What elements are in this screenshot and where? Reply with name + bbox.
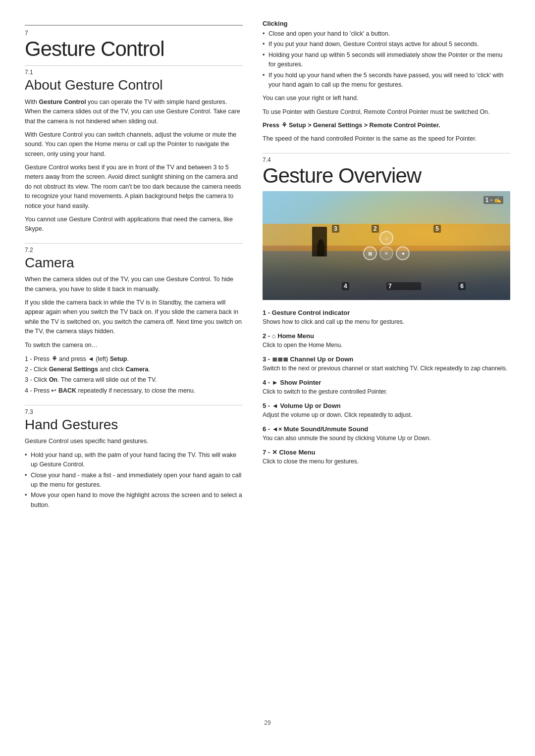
click-b4: If you hold up your hand when the 5 seco… xyxy=(263,71,510,90)
gesture-item-4: 4 - ► Show Pointer Click to switch to th… xyxy=(263,379,510,396)
clicking-title: Clicking xyxy=(263,20,510,27)
hand-gestures-list: Hold your hand up, with the palm of your… xyxy=(25,451,243,510)
hg-item2: Close your hand - make a fist - and imme… xyxy=(25,471,243,490)
hg-item1: Hold your hand up, with the palm of your… xyxy=(25,451,243,470)
clicking-bullets: Close and open your hand to 'click' a bu… xyxy=(263,29,510,90)
img-label-5: 5 xyxy=(433,225,441,233)
gesture-item-1: 1 - Gesture Control indicator Shows how … xyxy=(263,309,510,326)
gestures-list: 1 - Gesture Control indicator Shows how … xyxy=(263,309,510,466)
img-label-3: 3 xyxy=(332,225,339,233)
section74-num: 7.4 xyxy=(263,156,510,163)
gesture-item-3: 3 - ≣≣≣ Channel Up or Down Switch to the… xyxy=(263,355,510,373)
section74-title: Gesture Overview xyxy=(263,164,510,187)
page-number: 29 xyxy=(25,719,510,726)
section71-p4: You cannot use Gesture Control with appl… xyxy=(25,215,243,234)
section73-num: 7.3 xyxy=(25,408,243,415)
img-label-4: 4 xyxy=(342,282,349,290)
gesture-item-6: 6 - ◄× Mute Sound/Unmute Sound You can a… xyxy=(263,425,510,443)
img-label-7: 7 xyxy=(386,282,421,290)
gesture-item-2: 2 - ⌂ Home Menu Click to open the Home M… xyxy=(263,332,510,350)
section71-num: 7.1 xyxy=(25,69,243,76)
menu-icon-vol: ◄ xyxy=(396,246,410,260)
step3: 3 - Click On. The camera will slide out … xyxy=(25,375,243,385)
section73-title: Hand Gestures xyxy=(25,416,243,433)
menu-icon-home: ⌂ xyxy=(379,231,393,245)
img-label-1: 1 - ✍ xyxy=(483,196,503,204)
menu-icon-grid: ▦ xyxy=(363,246,377,260)
speed-note: The speed of the hand controlled Pointer… xyxy=(263,134,510,144)
section72-p2: If you slide the camera back in while th… xyxy=(25,298,243,337)
section71-p2: With Gesture Control you can switch chan… xyxy=(25,130,243,159)
step4: 4 - Press ↩ BACK repeatedly if necessary… xyxy=(25,386,243,396)
section72-num: 7.2 xyxy=(25,247,243,253)
step1: 1 - Press ⚘ and press ◄ (left) Setup. xyxy=(25,354,243,364)
section72-p1: When the camera slides out of the TV, yo… xyxy=(25,275,243,294)
section73-intro: Gesture Control uses specific hand gestu… xyxy=(25,437,243,446)
left-column: 7 Gesture Control 7.1 About Gesture Cont… xyxy=(25,20,243,705)
page: 7 Gesture Control 7.1 About Gesture Cont… xyxy=(0,0,535,756)
camera-steps: 1 - Press ⚘ and press ◄ (left) Setup. 2 … xyxy=(25,354,243,396)
clicking-section: Clicking Close and open your hand to 'cl… xyxy=(263,20,510,144)
right-column: Clicking Close and open your hand to 'cl… xyxy=(263,20,510,705)
pointer-note: To use Pointer with Gesture Control, Rem… xyxy=(263,107,510,117)
click-b2: If you put your hand down, Gesture Contr… xyxy=(263,40,510,49)
right-hand-note: You can use your right or left hand. xyxy=(263,94,510,103)
img-label-6: 6 xyxy=(458,282,466,290)
section7-title: Gesture Control xyxy=(25,38,243,60)
section72-p3: To switch the camera on… xyxy=(25,341,243,350)
click-b3: Holding your hand up within 5 seconds wi… xyxy=(263,50,510,70)
section72-title: Camera xyxy=(25,254,243,271)
section7-num: 7 xyxy=(25,30,243,37)
section71-p1: With Gesture Control you can operate the… xyxy=(25,98,243,126)
click-b1: Close and open your hand to 'click' a bu… xyxy=(263,29,510,39)
hg-item3: Move your open hand to move the highligh… xyxy=(25,491,243,510)
menu-icon-x: ✕ xyxy=(379,246,393,260)
gesture-overview-image: 1 - ✍ 3 2 5 4 7 6 ⌂ ▦ ✕ ◄ xyxy=(263,191,510,300)
pointer-bold-note: Press ⚘ Setup > General Settings > Remot… xyxy=(263,121,510,130)
step2: 2 - Click General Settings and click Cam… xyxy=(25,364,243,375)
section71-title: About Gesture Control xyxy=(25,77,243,94)
gesture-item-5: 5 - ◄ Volume Up or Down Adjust the volum… xyxy=(263,402,510,419)
section71-p3: Gesture Control works best if you are in… xyxy=(25,163,243,211)
gesture-item-7: 7 - ✕ Close Menu Click to close the menu… xyxy=(263,449,510,466)
